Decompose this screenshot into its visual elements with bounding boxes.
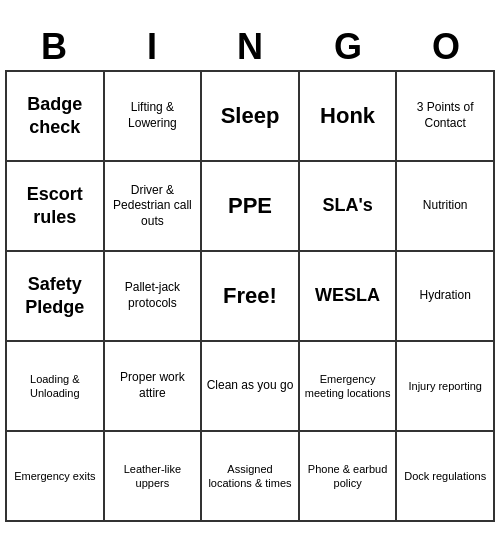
bingo-grid: Badge checkLifting & LoweringSleepHonk3 …: [5, 70, 495, 522]
bingo-cell-18[interactable]: Emergency meeting locations: [300, 342, 398, 432]
bingo-card: B I N G O Badge checkLifting & LoweringS…: [5, 22, 495, 522]
bingo-cell-1[interactable]: Lifting & Lowering: [105, 72, 203, 162]
bingo-cell-8[interactable]: SLA's: [300, 162, 398, 252]
bingo-cell-23[interactable]: Phone & earbud policy: [300, 432, 398, 522]
bingo-cell-5[interactable]: Escort rules: [7, 162, 105, 252]
bingo-cell-12[interactable]: Free!: [202, 252, 300, 342]
bingo-cell-11[interactable]: Pallet-jack protocols: [105, 252, 203, 342]
bingo-cell-4[interactable]: 3 Points of Contact: [397, 72, 495, 162]
bingo-cell-21[interactable]: Leather-like uppers: [105, 432, 203, 522]
bingo-cell-14[interactable]: Hydration: [397, 252, 495, 342]
bingo-cell-13[interactable]: WESLA: [300, 252, 398, 342]
bingo-cell-17[interactable]: Clean as you go: [202, 342, 300, 432]
bingo-cell-3[interactable]: Honk: [300, 72, 398, 162]
bingo-cell-6[interactable]: Driver & Pedestrian call outs: [105, 162, 203, 252]
bingo-cell-19[interactable]: Injury reporting: [397, 342, 495, 432]
title-n: N: [209, 26, 291, 68]
title-b: B: [13, 26, 95, 68]
title-g: G: [307, 26, 389, 68]
bingo-cell-7[interactable]: PPE: [202, 162, 300, 252]
title-o: O: [405, 26, 487, 68]
bingo-cell-16[interactable]: Proper work attire: [105, 342, 203, 432]
bingo-cell-20[interactable]: Emergency exits: [7, 432, 105, 522]
bingo-title: B I N G O: [5, 22, 495, 70]
bingo-cell-10[interactable]: Safety Pledge: [7, 252, 105, 342]
bingo-cell-15[interactable]: Loading & Unloading: [7, 342, 105, 432]
bingo-cell-9[interactable]: Nutrition: [397, 162, 495, 252]
bingo-cell-2[interactable]: Sleep: [202, 72, 300, 162]
bingo-cell-24[interactable]: Dock regulations: [397, 432, 495, 522]
bingo-cell-0[interactable]: Badge check: [7, 72, 105, 162]
bingo-cell-22[interactable]: Assigned locations & times: [202, 432, 300, 522]
title-i: I: [111, 26, 193, 68]
